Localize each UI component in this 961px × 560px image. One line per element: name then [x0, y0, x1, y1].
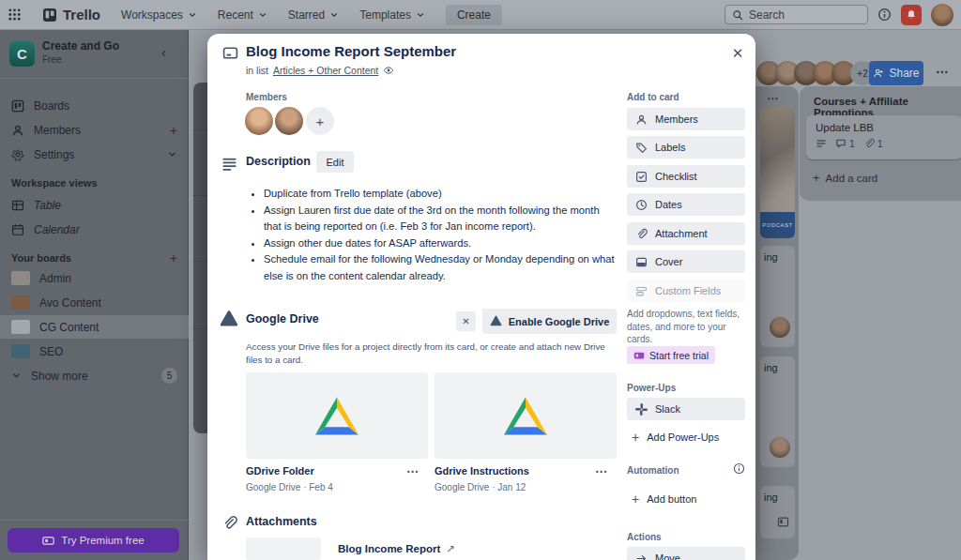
start-free-trial-button[interactable]: Start free trial	[627, 346, 715, 364]
collapse-sidebar-icon[interactable]: ‹	[161, 45, 166, 60]
search-box[interactable]	[725, 5, 868, 24]
add-members-button[interactable]: Members	[627, 108, 745, 130]
trello-logo-icon	[42, 8, 57, 23]
create-button[interactable]: Create	[446, 5, 502, 25]
gdrive-file-name[interactable]: Gdrive Instructions	[435, 465, 529, 477]
power-up-slack-button[interactable]: Slack	[627, 398, 745, 420]
workspace-header[interactable]: C Create and Go Free ‹	[0, 30, 189, 79]
sidebar-board-avo-content[interactable]: Avo Content	[0, 291, 189, 314]
search-icon	[732, 9, 743, 21]
board-thumbnail	[11, 344, 30, 358]
info-icon[interactable]	[877, 8, 892, 22]
background-card[interactable]: ing	[760, 356, 795, 467]
card-title[interactable]: Blog Income Report September	[246, 43, 456, 59]
sidebar-view-table[interactable]: Table	[0, 193, 189, 217]
plus-icon: +	[632, 492, 639, 507]
board-badge-icon	[777, 516, 789, 528]
card-front-icon	[222, 45, 238, 61]
share-person-icon	[873, 68, 884, 79]
background-card[interactable]: ing	[760, 486, 795, 538]
user-avatar[interactable]	[931, 4, 953, 26]
sidebar-view-calendar[interactable]: Calendar	[0, 218, 189, 241]
automation-add-button[interactable]: + Add button	[632, 492, 696, 507]
move-card-button[interactable]: Move	[627, 547, 745, 560]
calendar-icon	[11, 223, 24, 236]
add-card-member-button[interactable]: +	[306, 107, 334, 135]
google-drive-logo	[315, 397, 358, 435]
workspace-sidebar: C Create and Go Free ‹ Boards Members + …	[0, 30, 189, 560]
external-link-icon: ↗	[446, 542, 455, 555]
nav-starred[interactable]: Starred	[288, 8, 339, 22]
edit-description-button[interactable]: Edit	[316, 151, 354, 173]
list-menu-icon[interactable]: ⋯	[767, 92, 779, 105]
add-board-icon[interactable]: +	[170, 250, 177, 265]
boards-icon	[11, 99, 24, 113]
attachments-heading: Attachments	[246, 515, 317, 528]
background-list-edge	[193, 83, 207, 433]
description-icon	[221, 156, 237, 172]
custom-fields-button[interactable]: Custom Fields	[627, 280, 745, 302]
board-thumbnail	[11, 295, 30, 310]
watching-eye-icon	[383, 65, 394, 76]
arrow-right-icon	[635, 552, 648, 560]
gdrive-file-preview[interactable]	[246, 372, 428, 459]
description-bullet: Schedule email for the following Wednesd…	[264, 251, 618, 284]
attachments-count: 1	[877, 138, 883, 149]
comments-badge-icon	[835, 138, 847, 149]
custom-fields-note: Add dropdowns, text fields, dates, and m…	[627, 308, 747, 346]
trello-logo[interactable]: Trello	[42, 7, 100, 23]
attachment-thumbnail[interactable]	[246, 537, 321, 560]
card-member-avatar[interactable]	[245, 107, 273, 135]
card-update-lbb[interactable]: Update LBB 1 1	[806, 115, 961, 159]
card-member-avatar[interactable]	[275, 107, 303, 135]
workspace-logo: C	[9, 41, 35, 67]
background-card[interactable]: ing	[760, 246, 795, 347]
board-menu-icon[interactable]: ⋯	[936, 64, 950, 79]
custom-fields-icon	[635, 285, 648, 297]
sidebar-item-settings[interactable]: Settings	[0, 143, 189, 166]
add-card-button[interactable]: + Add a card	[813, 171, 877, 185]
close-modal-icon[interactable]: ✕	[725, 41, 750, 66]
show-more-button[interactable]: Show more 5	[0, 364, 189, 387]
add-attachment-button[interactable]: Attachment	[627, 222, 745, 245]
description-bullet: Duplicate from Trello template (above)	[264, 186, 618, 203]
chevron-down-icon	[258, 10, 267, 20]
add-labels-button[interactable]: Labels	[627, 136, 745, 159]
share-button[interactable]: Share	[869, 61, 923, 85]
clock-icon	[635, 199, 648, 211]
dismiss-google-drive-icon[interactable]: ✕	[456, 311, 476, 331]
sidebar-item-members[interactable]: Members +	[0, 118, 189, 142]
app-switcher-icon[interactable]	[8, 8, 22, 22]
automation-info-icon[interactable]	[733, 462, 745, 475]
card-cover-image	[760, 107, 795, 212]
gdrive-file-preview[interactable]	[435, 372, 617, 459]
add-checklist-button[interactable]: Checklist	[627, 165, 745, 188]
list-link[interactable]: Articles + Other Content	[273, 65, 378, 76]
google-drive-description: Access your Drive files for a project di…	[246, 341, 616, 367]
background-list: ⋯ PODCAST ing ing ing	[755, 86, 799, 560]
sidebar-board-seo[interactable]: SEO	[0, 340, 189, 363]
background-card[interactable]: PODCAST	[760, 107, 795, 238]
description-badge-icon	[816, 138, 827, 149]
add-cover-button[interactable]: Cover	[627, 250, 745, 273]
gdrive-file-menu-icon[interactable]: ⋯	[595, 464, 608, 478]
add-power-ups-button[interactable]: + Add Power-Ups	[632, 430, 719, 445]
gdrive-file-menu-icon[interactable]: ⋯	[406, 464, 419, 478]
sidebar-board-admin[interactable]: Admin	[0, 266, 189, 290]
search-input[interactable]	[749, 8, 852, 22]
add-to-card-label: Add to card	[627, 92, 679, 102]
sidebar-item-boards[interactable]: Boards	[0, 94, 189, 117]
try-premium-button[interactable]: Try Premium free	[8, 528, 179, 552]
gdrive-file-name[interactable]: GDrive Folder	[246, 465, 314, 477]
nav-recent[interactable]: Recent	[218, 8, 267, 22]
add-member-icon[interactable]: +	[170, 123, 177, 138]
notifications-button[interactable]	[901, 5, 922, 25]
sidebar-board-cg-content[interactable]: CG Content	[0, 315, 189, 339]
enable-google-drive-button[interactable]: Enable Google Drive	[482, 309, 617, 334]
card-list-context: in list Articles + Other Content	[246, 65, 394, 76]
attachment-link[interactable]: Blog Income Report ↗	[338, 542, 455, 555]
nav-templates[interactable]: Templates	[359, 8, 425, 22]
card-title: Update LBB	[816, 122, 953, 133]
nav-workspaces[interactable]: Workspaces	[121, 8, 197, 22]
add-dates-button[interactable]: Dates	[627, 193, 745, 216]
